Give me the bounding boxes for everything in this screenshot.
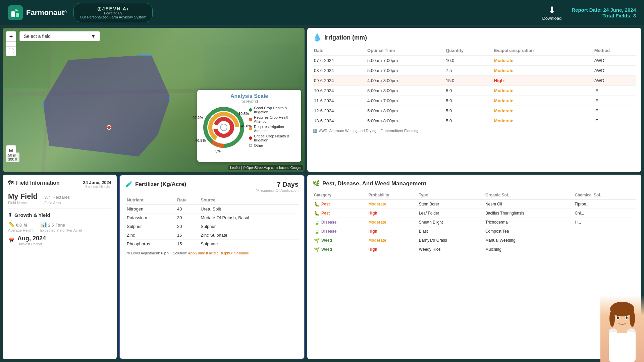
- pct-45-label: 45.8%: [241, 124, 252, 128]
- pct-5-label: 5%: [215, 149, 221, 153]
- pest-col-chemical: Chemical Sol.: [573, 191, 636, 199]
- harvest-row: 📅 Aug, 2024 Harvest Period: [8, 235, 111, 246]
- download-button[interactable]: ⬇ Download: [542, 5, 561, 21]
- dropdown-arrow-icon: ▼: [91, 34, 96, 39]
- total-fields: Total Fields: 3: [572, 13, 636, 18]
- zoom-in-button[interactable]: +: [6, 31, 16, 41]
- field-info-title: 🗺 Field Information: [8, 180, 60, 186]
- growth-title: ⬆ Growth & Yield: [8, 212, 111, 218]
- map-attribution: Leaflet | © OpenStreetMap contributors, …: [228, 165, 303, 170]
- report-date: Report Date: 24 June, 2024: [572, 7, 636, 13]
- pct-10-label: 10.5%: [238, 112, 249, 116]
- legend-dot-good: [249, 108, 252, 112]
- pest-icon: 🌿: [313, 180, 320, 187]
- fullscreen-button[interactable]: ⛶: [6, 46, 16, 56]
- table-row: Phosphorus 15 Sulphate: [125, 240, 299, 248]
- analysis-subtitle: for Hybrid: [202, 99, 297, 104]
- logo-area: Farmonaut®: [8, 5, 67, 20]
- flask-icon: 🧪: [125, 181, 132, 188]
- table-row: Zinc 15 Zinc Sulphate: [125, 231, 299, 240]
- field-area-label: Field Area: [44, 201, 70, 205]
- map-container[interactable]: + − ⛶ ⊞ 50 m 300 ft Select a field ▼ Lea…: [3, 28, 305, 172]
- irrigation-panel: 💧 Irrigation (mm) Date Optimal Time Quan…: [307, 28, 641, 172]
- legend-item-crop: Requires Crop Health Attention: [249, 115, 297, 123]
- table-row: 🌱Weed High Weedy Rice Mulching: [313, 245, 636, 254]
- fert-header: 🧪 Fertilizer (Kg/Acre) 7 Days *Frequency…: [125, 181, 299, 192]
- fertilizer-table-body: Nitrogen 40 Urea, Split Potassium 30 Mur…: [125, 204, 299, 248]
- field-name-label: Field Name: [8, 201, 38, 205]
- fert-days: 7 Days *Frequency Of Application: [256, 181, 299, 192]
- field-marker: [107, 125, 111, 130]
- table-row: 09-6-2024 4:00am-8:00pm 15.0 High AWD: [313, 76, 636, 86]
- divider: [8, 208, 111, 208]
- legend-item-irr: Requires Irrigation Attention: [249, 125, 297, 133]
- irrigation-footer: ℹ️ AWD: Alternate Wetting and Drying | I…: [313, 129, 636, 133]
- map-icon: 🗺: [8, 180, 13, 186]
- table-row: 11-6-2024 4:00am-7:00pm 5.0 Moderate IF: [313, 96, 636, 106]
- fert-col-source: Source: [199, 196, 299, 204]
- calendar-icon: 📅: [8, 237, 15, 244]
- pct-40-label: 40.8%: [195, 138, 206, 142]
- header-right: ⬇ Download Report Date: 24 June, 2024 To…: [542, 5, 636, 21]
- svg-point-13: [220, 124, 227, 131]
- col-evap: Evapotranspiration: [493, 46, 593, 55]
- table-row: Nitrogen 40 Urea, Split: [125, 204, 299, 214]
- bottom-left: 🗺 Field Information 24 June, 2024 *Last …: [3, 175, 305, 359]
- jeevn-badge: ◎JEEVN Ai Powered By Our Personalized Fa…: [73, 3, 153, 22]
- legend-item-good: Good Crop Health & Irrigation: [249, 106, 297, 114]
- growth-icon: ⬆: [8, 212, 12, 218]
- pest-title: 🌿 Pest, Disease, And Weed Management: [313, 180, 636, 187]
- pest-header-row: Category Probability Type Organic Sol. C…: [313, 191, 636, 199]
- analysis-title: Analysis Scale: [202, 93, 297, 99]
- table-row: Potassium 30 Muriate Of Potash, Basal: [125, 214, 299, 222]
- map-scale: 50 m 300 ft: [6, 153, 19, 162]
- table-header-row: Date Optimal Time Quantity Evapotranspir…: [313, 46, 636, 55]
- field-select-dropdown[interactable]: Select a field ▼: [19, 31, 100, 41]
- legend-item-critical: Critical Crop Health & Irrigation: [249, 134, 297, 142]
- legend-dot-crop: [249, 118, 252, 121]
- harvest-date: Aug, 2024: [17, 235, 46, 242]
- table-row: 10-6-2024 5:00am-8:00pm 5.0 Moderate IF: [313, 86, 636, 96]
- svg-rect-0: [11, 11, 15, 17]
- field-area-stat: 3.7 Hectares Field Area: [44, 192, 70, 205]
- irrigation-table: Date Optimal Time Quantity Evapotranspir…: [313, 46, 636, 126]
- app-name: Farmonaut®: [26, 8, 67, 17]
- col-method: Method: [593, 46, 636, 55]
- yield-icon: 📊: [40, 221, 47, 228]
- fert-col-rate: Rate: [176, 196, 199, 204]
- growth-section: ⬆ Growth & Yield 📏 0.8 M Average Height: [8, 212, 111, 246]
- download-icon: ⬇: [548, 5, 556, 16]
- table-row: 🌱Weed Moderate Barnyard Grass Manual Wee…: [313, 236, 636, 245]
- donut-chart: 97.2% 10.5% 45.8% 40.8% 5%: [202, 106, 246, 149]
- fert-title: 🧪 Fertilizer (Kg/Acre): [125, 181, 186, 188]
- irrigation-icon: 💧: [313, 33, 322, 42]
- header: Farmonaut® ◎JEEVN Ai Powered By Our Pers…: [0, 0, 644, 25]
- field-info-panel: 🗺 Field Information 24 June, 2024 *Last …: [3, 175, 117, 359]
- irrigation-title: 💧 Irrigation (mm): [313, 33, 636, 42]
- field-date: 24 June, 2024: [83, 180, 111, 185]
- info-icon: ℹ️: [313, 129, 317, 133]
- logo-icon: [8, 5, 23, 20]
- harvest-label: Harvest Period: [17, 242, 46, 246]
- download-label: Download: [542, 16, 561, 21]
- table-row: 🍃Disease High Blast Compost Tea: [313, 227, 636, 236]
- irrigation-table-body: 07-6-2024 5:00am-7:00pm 10.0 Moderate AW…: [313, 55, 636, 126]
- yield-label: Expected Yield (Per Acre): [40, 228, 82, 232]
- col-qty: Quantity: [444, 46, 493, 55]
- table-row: Sulphur 20 Sulphur: [125, 222, 299, 231]
- field-name-value: My Field: [8, 192, 38, 201]
- legend-dot-critical: [249, 136, 252, 140]
- pest-table: Category Probability Type Organic Sol. C…: [313, 191, 636, 254]
- legend-circle-other: [249, 144, 252, 147]
- pct-97-label: 97.2%: [193, 116, 203, 120]
- advisory-text: Our Personalized Farm Advisory System: [80, 15, 146, 19]
- jeevn-brand: ◎JEEVN Ai: [97, 6, 128, 11]
- yield-stat: 📊 2.5 Tons Expected Yield (Per Acre): [40, 221, 82, 232]
- pest-col-type: Type: [418, 191, 484, 199]
- svg-marker-1: [15, 9, 19, 11]
- field-stats-row: My Field Field Name 3.7 Hectares Field A…: [8, 192, 111, 205]
- pest-panel: 🌿 Pest, Disease, And Weed Management Cat…: [307, 175, 641, 359]
- col-date: Date: [313, 46, 366, 55]
- field-name-stat: My Field Field Name: [8, 192, 38, 205]
- legend-item-other: Other: [249, 143, 297, 147]
